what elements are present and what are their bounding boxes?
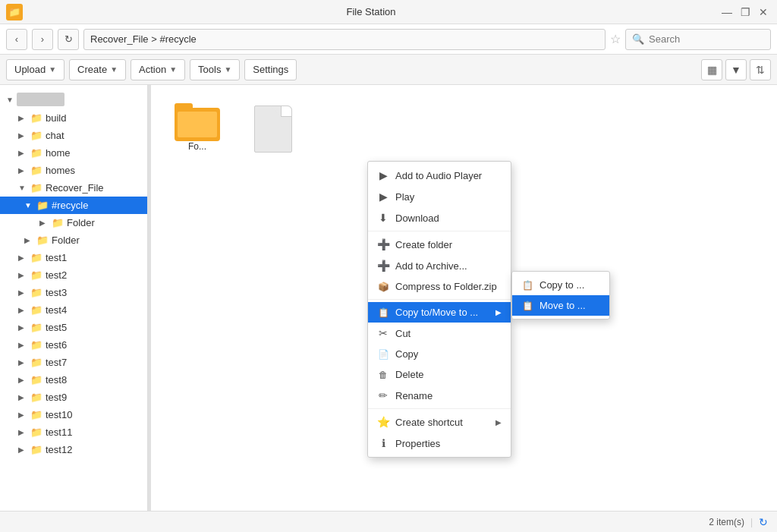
sidebar-label-folder2: Folder xyxy=(52,235,141,246)
file-item-document[interactable] xyxy=(241,97,309,159)
sidebar-item-folder2[interactable]: ▶ 📁 Folder xyxy=(0,231,147,249)
file-name-folder: Fo... xyxy=(188,141,206,152)
search-icon: 🔍 xyxy=(632,33,644,45)
address-bar: ‹ › ↻ ☆ 🔍 xyxy=(0,24,777,55)
chevron-right-icon: ▶ xyxy=(18,288,27,297)
chevron-right-icon: ▶ xyxy=(18,411,27,419)
sidebar-item-test3[interactable]: ▶ 📁 test3 xyxy=(0,284,147,301)
folder-icon: 📁 xyxy=(30,112,42,124)
view-options-button[interactable]: ▼ xyxy=(725,59,747,80)
menu-item-create-folder[interactable]: ➕ Create folder xyxy=(368,234,511,255)
menu-label-copy-move: Copy to/Move to ... xyxy=(395,307,478,318)
menu-item-compress[interactable]: 📦 Compress to Folder.zip xyxy=(368,276,511,297)
menu-item-delete[interactable]: 🗑 Delete xyxy=(368,364,511,385)
sidebar-item-test4[interactable]: ▶ 📁 test4 xyxy=(0,301,147,319)
minimize-button[interactable]: — xyxy=(719,5,735,20)
close-button[interactable]: ✕ xyxy=(756,5,771,20)
status-refresh-button[interactable]: ↻ xyxy=(759,516,768,528)
submenu-item-copy-to[interactable]: 📋 Copy to ... xyxy=(512,275,609,295)
sidebar-label-test10: test10 xyxy=(46,409,141,420)
folder-icon: 📁 xyxy=(30,147,42,159)
search-input[interactable] xyxy=(649,33,776,45)
folder-icon: 📁 xyxy=(52,217,64,228)
menu-label-properties: Properties xyxy=(395,438,440,449)
chevron-right-icon: ▶ xyxy=(18,428,27,436)
refresh-button[interactable]: ↻ xyxy=(58,29,79,50)
menu-item-play[interactable]: ▶ Play xyxy=(368,186,511,207)
rename-icon: ✏ xyxy=(377,389,389,401)
sort-button[interactable]: ⇅ xyxy=(750,59,771,80)
upload-button[interactable]: Upload ▼ xyxy=(6,59,64,80)
sidebar-label-test5: test5 xyxy=(46,322,141,333)
folder-icon: 📁 xyxy=(30,339,42,351)
create-button[interactable]: Create ▼ xyxy=(69,59,126,80)
folder-icon: 📁 xyxy=(30,182,42,194)
sidebar: ▼ ██████ ▶ 📁 build ▶ 📁 chat ▶ 📁 home ▶ 📁… xyxy=(0,85,148,511)
menu-item-properties[interactable]: ℹ Properties xyxy=(368,433,511,454)
tools-button[interactable]: Tools ▼ xyxy=(190,59,240,80)
sidebar-item-home[interactable]: ▶ 📁 home xyxy=(0,144,147,162)
address-input[interactable] xyxy=(83,29,606,50)
menu-item-copy[interactable]: 📄 Copy xyxy=(368,344,511,364)
chevron-down-icon: ▼ xyxy=(6,96,14,104)
sidebar-item-test12[interactable]: ▶ 📁 test12 xyxy=(0,441,147,458)
folder-icon: 📁 xyxy=(30,130,42,141)
action-button[interactable]: Action ▼ xyxy=(131,59,185,80)
maximize-button[interactable]: ❐ xyxy=(738,5,753,20)
sidebar-item-homes[interactable]: ▶ 📁 homes xyxy=(0,162,147,179)
status-bar: 2 item(s) | ↻ xyxy=(0,511,777,532)
sidebar-item-test11[interactable]: ▶ 📁 test11 xyxy=(0,423,147,441)
sidebar-item-test8[interactable]: ▶ 📁 test8 xyxy=(0,371,147,389)
menu-item-download[interactable]: ⬇ Download xyxy=(368,207,511,228)
menu-label-cut: Cut xyxy=(395,328,411,339)
chevron-right-icon: ▶ xyxy=(18,166,27,175)
menu-item-copy-move[interactable]: 📋 Copy to/Move to ... ▶ xyxy=(368,302,511,323)
forward-button[interactable]: › xyxy=(32,29,53,50)
menu-label-audio-player: Add to Audio Player xyxy=(395,170,482,181)
compress-icon: 📦 xyxy=(377,282,389,292)
folder-icon: 📁 xyxy=(36,235,49,246)
sidebar-label-test6: test6 xyxy=(46,339,141,351)
file-item-folder[interactable]: Fo... xyxy=(163,97,231,158)
menu-item-cut[interactable]: ✂ Cut xyxy=(368,323,511,344)
menu-divider-3 xyxy=(368,408,511,409)
bookmark-button[interactable]: ☆ xyxy=(610,32,621,46)
sidebar-item-test2[interactable]: ▶ 📁 test2 xyxy=(0,266,147,284)
sidebar-label-test12: test12 xyxy=(46,444,141,455)
sidebar-item-recover-file[interactable]: ▼ 📁 Recover_File xyxy=(0,179,147,197)
menu-item-audio-player[interactable]: ▶ Add to Audio Player xyxy=(368,165,511,186)
sidebar-item-folder1[interactable]: ▶ 📁 Folder xyxy=(0,214,147,231)
grid-view-button[interactable]: ▦ xyxy=(701,59,722,80)
root-label: ██████ xyxy=(17,93,64,106)
sidebar-item-test6[interactable]: ▶ 📁 test6 xyxy=(0,336,147,354)
toolbar: Upload ▼ Create ▼ Action ▼ Tools ▼ Setti… xyxy=(0,55,777,85)
content-area: Fo... ▶ Add to Audio Player ▶ Play xyxy=(151,85,777,511)
sidebar-item-test7[interactable]: ▶ 📁 test7 xyxy=(0,354,147,371)
menu-label-delete: Delete xyxy=(395,369,424,380)
sidebar-label-folder1: Folder xyxy=(67,217,141,228)
chevron-right-icon: ▶ xyxy=(18,323,27,332)
menu-item-add-archive[interactable]: ➕ Add to Archive... xyxy=(368,255,511,276)
menu-item-shortcut[interactable]: ⭐ Create shortcut ▶ xyxy=(368,411,511,433)
copy-icon: 📄 xyxy=(377,349,389,360)
copy-to-icon: 📋 xyxy=(521,280,533,291)
sidebar-item-test9[interactable]: ▶ 📁 test9 xyxy=(0,389,147,406)
sidebar-item-test5[interactable]: ▶ 📁 test5 xyxy=(0,319,147,336)
sidebar-item-test1[interactable]: ▶ 📁 test1 xyxy=(0,249,147,266)
sidebar-root[interactable]: ▼ ██████ xyxy=(0,90,147,109)
back-button[interactable]: ‹ xyxy=(6,29,27,50)
sidebar-item-test10[interactable]: ▶ 📁 test10 xyxy=(0,406,147,423)
chevron-right-icon: ▶ xyxy=(18,393,27,401)
settings-button[interactable]: Settings xyxy=(244,59,297,80)
file-grid: Fo... xyxy=(163,97,765,159)
menu-item-rename[interactable]: ✏ Rename xyxy=(368,385,511,406)
sidebar-item-recycle[interactable]: ▼ 📁 #recycle xyxy=(0,197,147,214)
submenu-item-move-to[interactable]: 📋 Move to ... xyxy=(512,295,609,316)
sidebar-item-chat[interactable]: ▶ 📁 chat xyxy=(0,127,147,144)
sidebar-item-build[interactable]: ▶ 📁 build xyxy=(0,109,147,127)
window-controls: — ❐ ✕ xyxy=(719,5,771,20)
folder-icon: 📁 xyxy=(30,269,42,281)
archive-icon: ➕ xyxy=(377,260,389,272)
chevron-right-icon: ▶ xyxy=(18,253,27,262)
sidebar-label-test11: test11 xyxy=(46,427,141,438)
